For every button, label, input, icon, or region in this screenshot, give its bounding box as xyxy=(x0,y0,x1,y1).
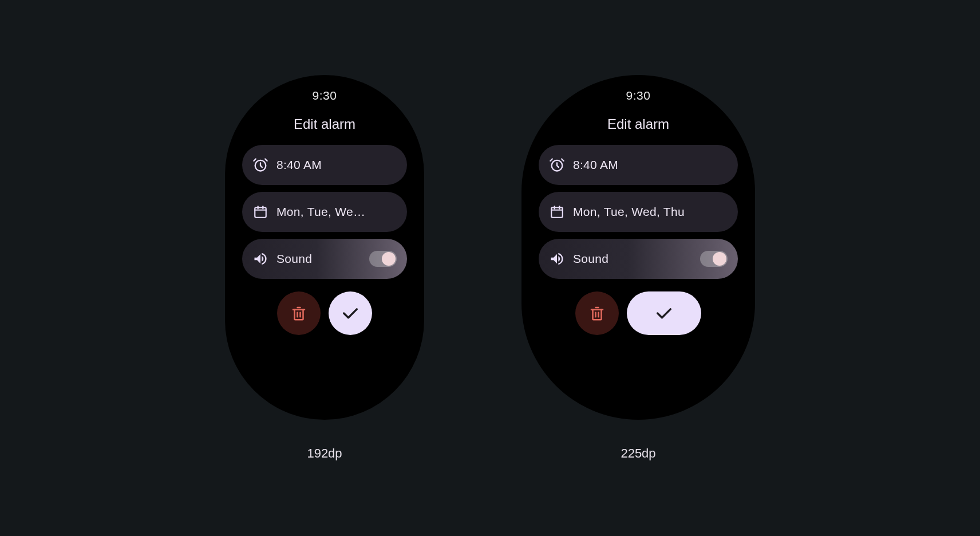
sound-toggle[interactable] xyxy=(700,251,728,267)
confirm-button[interactable] xyxy=(627,291,701,335)
status-time: 9:30 xyxy=(313,89,337,103)
watch-face-192: 9:30 Edit alarm 8:40 AM Mon, Tue, We… xyxy=(225,75,424,420)
page-title: Edit alarm xyxy=(294,116,355,132)
check-icon xyxy=(654,304,674,323)
toggle-thumb xyxy=(382,252,396,266)
repeat-days-chip[interactable]: Mon, Tue, We… xyxy=(242,192,407,232)
delete-button[interactable] xyxy=(277,291,321,335)
action-buttons xyxy=(575,291,701,335)
volume-icon xyxy=(549,251,565,267)
alarm-time-chip[interactable]: 8:40 AM xyxy=(539,145,738,185)
repeat-days-label: Mon, Tue, Wed, Thu xyxy=(573,205,728,219)
size-label-192: 192dp xyxy=(307,446,342,461)
check-icon xyxy=(341,304,360,323)
calendar-icon xyxy=(549,204,565,220)
alarm-clock-icon xyxy=(549,157,565,173)
trash-icon xyxy=(588,305,606,322)
confirm-button[interactable] xyxy=(329,291,372,335)
calendar-icon xyxy=(252,204,268,220)
repeat-days-chip[interactable]: Mon, Tue, Wed, Thu xyxy=(539,192,738,232)
sound-toggle[interactable] xyxy=(369,251,397,267)
size-label-225: 225dp xyxy=(621,446,655,461)
alarm-clock-icon xyxy=(252,157,268,173)
alarm-time-label: 8:40 AM xyxy=(573,158,728,172)
sound-chip[interactable]: Sound xyxy=(242,239,407,279)
repeat-days-label: Mon, Tue, We… xyxy=(276,205,397,219)
page-title: Edit alarm xyxy=(607,116,669,132)
mockup-192dp: 9:30 Edit alarm 8:40 AM Mon, Tue, We… xyxy=(225,75,424,461)
alarm-time-chip[interactable]: 8:40 AM xyxy=(242,145,407,185)
trash-icon xyxy=(290,305,307,322)
sound-label: Sound xyxy=(276,252,361,266)
alarm-time-label: 8:40 AM xyxy=(276,158,397,172)
watch-face-225: 9:30 Edit alarm 8:40 AM Mon, Tue, Wed, T… xyxy=(521,75,755,420)
sound-chip[interactable]: Sound xyxy=(539,239,738,279)
volume-icon xyxy=(252,251,268,267)
action-buttons xyxy=(277,291,372,335)
svg-rect-1 xyxy=(255,207,266,217)
sound-label: Sound xyxy=(573,252,692,266)
mockup-225dp: 9:30 Edit alarm 8:40 AM Mon, Tue, Wed, T… xyxy=(521,75,755,461)
svg-rect-3 xyxy=(551,207,563,217)
toggle-thumb xyxy=(713,252,726,266)
chip-list: 8:40 AM Mon, Tue, We… xyxy=(225,145,424,279)
status-time: 9:30 xyxy=(626,89,651,103)
delete-button[interactable] xyxy=(575,291,619,335)
chip-list: 8:40 AM Mon, Tue, Wed, Thu xyxy=(521,145,755,279)
